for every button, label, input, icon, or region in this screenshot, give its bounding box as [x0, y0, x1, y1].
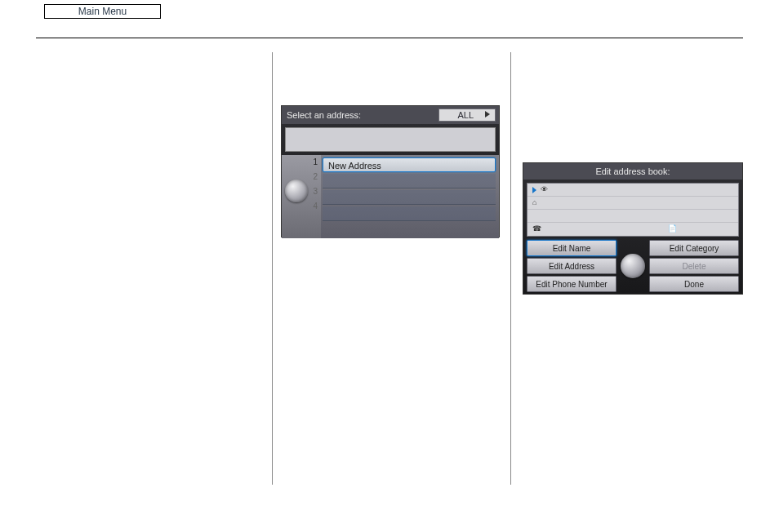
edit-buttons-panel: Edit Name Edit Address Edit Phone Number…	[523, 240, 742, 294]
list-item[interactable]	[323, 174, 496, 188]
category-filter-label: ALL	[457, 110, 474, 120]
select-address-title: Select an address:	[282, 106, 361, 124]
edit-address-book-title: Edit address book:	[523, 163, 742, 180]
divider-vertical-2	[510, 52, 511, 485]
category-icon: 📄	[668, 225, 675, 233]
address-rows: New Address	[321, 155, 499, 238]
edit-category-button[interactable]: Edit Category	[649, 240, 739, 256]
edit-name-button[interactable]: Edit Name	[527, 240, 617, 256]
main-menu-button[interactable]: Main Menu	[44, 4, 161, 19]
arrow-right-icon	[485, 111, 490, 117]
detail-row-phone: ☎ 📄	[527, 223, 738, 235]
rotary-dial-icon[interactable]	[621, 254, 645, 278]
current-route-icon	[532, 187, 536, 193]
detail-row-blank	[527, 210, 738, 223]
edit-address-button[interactable]: Edit Address	[527, 258, 617, 274]
address-details-panel: 👁 ⌂ ☎ 📄	[527, 183, 739, 237]
row-number: 2	[313, 170, 318, 184]
rotary-dial-icon[interactable]	[285, 180, 308, 202]
row-number: 1	[313, 155, 318, 170]
list-item[interactable]	[323, 190, 496, 205]
divider-horizontal	[36, 38, 743, 38]
detail-row-address: ⌂	[527, 197, 738, 210]
category-filter-button[interactable]: ALL	[438, 109, 496, 122]
delete-button[interactable]: Delete	[649, 258, 739, 274]
detail-row-name: 👁	[527, 184, 738, 197]
row-number: 4	[313, 199, 318, 214]
center-dial	[618, 240, 648, 292]
edit-address-book-screen: Edit address book: 👁 ⌂ ☎ 📄 Edit Name Edi…	[523, 162, 743, 295]
list-item[interactable]	[323, 206, 496, 221]
done-button[interactable]: Done	[649, 276, 739, 292]
address-list: 1 2 3 4 New Address	[282, 155, 499, 238]
select-address-screen: Select an address: ALL 1 2 3 4 New Addre…	[281, 105, 500, 237]
view-icon: 👁	[541, 186, 548, 193]
row-number-column: 1 2 3 4	[282, 155, 321, 238]
address-search-box[interactable]	[285, 127, 496, 152]
home-icon: ⌂	[532, 199, 540, 206]
list-item[interactable]: New Address	[323, 157, 496, 172]
row-number: 3	[313, 184, 318, 199]
edit-phone-number-button[interactable]: Edit Phone Number	[527, 276, 617, 292]
divider-vertical-1	[272, 52, 273, 485]
select-address-header: Select an address: ALL	[282, 106, 499, 124]
phone-icon: ☎	[532, 225, 540, 233]
